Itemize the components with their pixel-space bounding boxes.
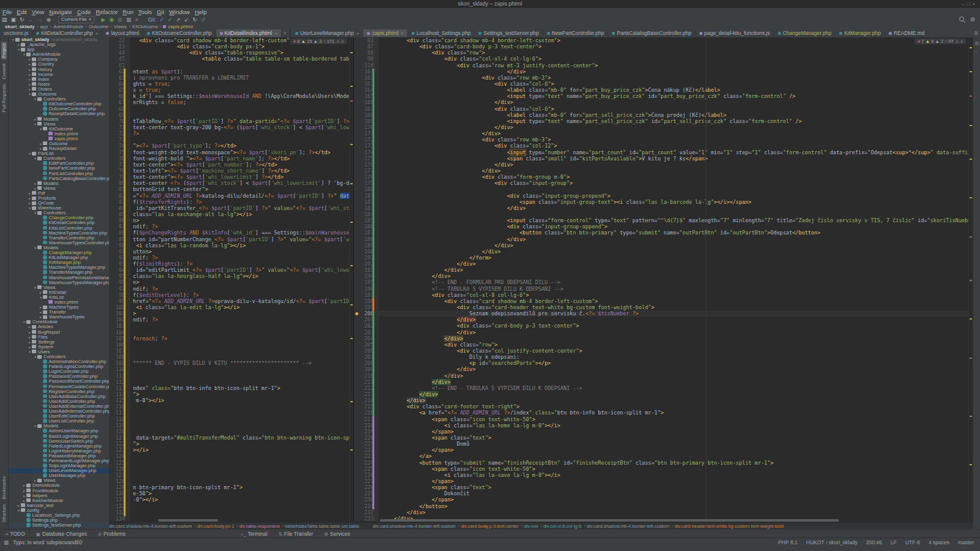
code-line-98[interactable]: 98f($editUserLevel): ?> [109, 292, 353, 298]
close-icon[interactable]: × [972, 1, 978, 7]
tree-item-notes[interactable]: ▸Notes [9, 82, 109, 87]
code-line-166[interactable]: 166 </div> [354, 99, 973, 105]
git-rollback-icon[interactable]: ↻ [192, 16, 197, 23]
tab-changemanager-php[interactable]: ChangeManager.php [774, 29, 835, 37]
code-line-116[interactable]: 116 [109, 403, 353, 410]
git-pull-icon[interactable]: ↙ [184, 16, 189, 23]
status-git-branch[interactable]: master [958, 538, 974, 547]
code-line-75[interactable]: 75font-weight-bold text-monospace"><?= $… [109, 149, 353, 156]
code-line-210[interactable]: 210 </div> [354, 373, 973, 379]
git-update-icon[interactable]: ✓ [159, 16, 164, 23]
nav-item-app[interactable]: app [40, 24, 48, 29]
stripe-commit[interactable]: Commit [1, 64, 7, 80]
status-indent[interactable]: 4 spaces [929, 538, 949, 547]
bookmark-icon[interactable] [355, 312, 358, 315]
debug-icon[interactable]: ◉ [109, 16, 114, 23]
search-icon[interactable] [959, 17, 964, 21]
inspections-widget[interactable]: ● 8 ▲ 15 ▲ 3 ≈ 171∧ ∨ [290, 38, 347, 45]
code-line-100[interactable]: 100 <i class="las la-edit la-lg"></i> [109, 304, 353, 310]
menu-code[interactable]: Code [77, 8, 91, 16]
breadcrumb-right-4[interactable]: div.card.shadow.mb-4.border-left-custom [587, 523, 669, 529]
code-line-184[interactable]: 184 [354, 211, 973, 217]
tab-layout-phtml[interactable]: layout.phtml [102, 29, 143, 37]
code-line-124[interactable]: 124 [109, 453, 353, 459]
code-line-219[interactable]: 219 </span> [354, 429, 973, 435]
code-line-226[interactable]: 226 <i class="las la-save la-lg m-0"></i… [354, 472, 973, 478]
code-line-85[interactable]: 85class="las la-exchange-alt la-lg"></i> [109, 211, 353, 217]
code-line-114[interactable]: 114"> [109, 391, 353, 397]
git-commit-icon[interactable]: ✓ [168, 16, 173, 23]
menu-refactor[interactable]: Refactor [96, 8, 118, 16]
close-icon[interactable]: × [356, 31, 360, 36]
code-line-78[interactable]: 78text-left"><?= $part['machine_short_na… [109, 168, 353, 174]
code-line-206[interactable]: 206 <div class="col justify-content-cent… [354, 348, 973, 354]
code-line-118[interactable]: 118 <div class="row mt-3 justify-content… [354, 62, 973, 69]
code-line-88[interactable]: 88f($pnChangeRights AND $kitInfo['whk_id… [109, 230, 353, 236]
save-all-icon[interactable]: ▣ [11, 16, 17, 23]
stripe-project[interactable]: Project [1, 42, 7, 59]
tab-kitmanager-php[interactable]: KitManager.php [835, 29, 885, 37]
stop-icon[interactable]: ■ [135, 16, 138, 23]
code-line-221[interactable]: 221 Domů [354, 441, 973, 447]
tree-item-localhost-settings-php[interactable]: Localhost_Settings.php [9, 513, 109, 518]
code-line-214[interactable]: 214 </div> [354, 397, 973, 403]
tree-item-adminmodule[interactable]: ▾AdminModule [9, 52, 109, 57]
tree-item-warehousetypes[interactable]: ▸WarehouseTypes [9, 315, 109, 320]
code-line-88[interactable]: 88 <div class="row"> [354, 50, 973, 56]
code-line-132[interactable]: 132 [109, 503, 353, 509]
code-line-169[interactable]: 169 <input type="text" name="part_sell_p… [354, 118, 973, 124]
tab-options-icon[interactable]: ▥ [974, 29, 978, 37]
code-line-122[interactable]: 122"> [109, 441, 353, 447]
tree-item-system[interactable]: ▸System [9, 345, 109, 350]
code-line-67[interactable]: 67erRights = false; [109, 99, 353, 105]
code-line-71[interactable]: 71text-center text-gray-200 bg-<?= ($par… [109, 124, 353, 130]
code-line-69[interactable]: 69 [109, 112, 353, 118]
code-line-96[interactable]: 96n> [109, 279, 353, 285]
code-line-173[interactable]: 173 <div class="col-12"> [354, 143, 973, 149]
code-line-186[interactable]: 186 <div class="input-group-append"> [354, 223, 973, 230]
code-line-199[interactable]: 199 <div class="card-header text-white b… [354, 304, 973, 310]
code-line-172[interactable]: 172 <div class="row mb-3"> [354, 137, 973, 143]
tree-item-history[interactable]: ▸History [9, 67, 109, 72]
tab-kitdetailcontroller-php[interactable]: KitDetailController.php× [32, 29, 102, 37]
code-line-103[interactable]: 103 [109, 323, 353, 329]
tree-item-keichermodule[interactable]: ▸KeicherModule [9, 498, 109, 503]
code-line-228[interactable]: 228 <span class="text"> [354, 484, 973, 490]
tree-item-receiptdetailcontroller-php[interactable]: ReceiptDetailController.php [9, 111, 109, 116]
code-line-185[interactable]: 185 <input class="form-control" type="te… [354, 217, 973, 223]
error-stripe[interactable] [968, 37, 973, 522]
git-history-icon[interactable]: ↺ [201, 16, 206, 23]
code-line-175[interactable]: 175 <span class="small" id="kitPartsAvai… [354, 156, 973, 162]
code-line-89[interactable]: 89tton id="partNumberChange_<?= $part['p… [109, 236, 353, 242]
code-line-195[interactable]: 195 <!-- END - FORMULAR PRO ODEPSANI DIL… [354, 279, 973, 285]
hidden-tabs-chevron-icon[interactable]: ∨ [284, 29, 287, 37]
menu-navigate[interactable]: Navigate [49, 8, 72, 16]
breadcrumb-right-3[interactable]: div.col-xl-8.col-lg-6 [543, 523, 581, 529]
code-line-113[interactable]: 113ndex" class="btn btn-info btn-icon-sp… [109, 385, 353, 391]
profiler-icon[interactable]: ▦ [126, 16, 132, 23]
code-line-164[interactable]: 164 <label class="mb-0" for="part_buy_pr… [354, 87, 973, 93]
settings-gear-icon[interactable]: ⚙ [970, 17, 975, 23]
tree-item-models[interactable]: ▸Models [9, 181, 109, 186]
code-line-177[interactable]: 177 </div> [354, 168, 973, 174]
tab-localhost-settings-php[interactable]: Localhost_Settings.php [408, 29, 475, 37]
code-line-76[interactable]: 76font-weight-bold "><?= $part['part_nam… [109, 156, 353, 162]
code-line-73[interactable]: 73 [109, 137, 353, 143]
tree-item-apache-logs[interactable]: ▸_apache_logs [9, 42, 109, 47]
code-line-87[interactable]: 87 <div class="card-body p-3 text-center… [354, 43, 973, 50]
editor-left-split[interactable]: 22 <div class="card shadow mb-4 border-l… [109, 37, 354, 522]
code-line-230[interactable]: 230 </span> [354, 497, 973, 503]
breadcrumb-left-1[interactable]: div.card-body.px-1 [197, 523, 235, 529]
tree-item-barcode-test[interactable]: ▸barcode_test [9, 503, 109, 508]
code-line-203[interactable]: 203 </div> [354, 329, 973, 335]
run-config-select[interactable]: Current File▾ [58, 16, 94, 23]
code-line-110[interactable]: 110 [109, 366, 353, 372]
code-line-194[interactable]: 194 </div> [354, 273, 973, 279]
code-line-222[interactable]: 222 </span> [354, 447, 973, 453]
code-line-178[interactable]: 178 <div class="form-group m-0"> [354, 174, 973, 180]
tree-item-usermanager-php[interactable]: UserManager.php [9, 473, 109, 478]
code-line-123[interactable]: 123></i> [109, 447, 353, 453]
code-line-65[interactable]: 65s = true; [109, 87, 353, 93]
code-line-94[interactable]: 94 id="editPartLimit_<?= $part['partID']… [109, 267, 353, 273]
code-line-176[interactable]: 176 </div> [354, 162, 973, 168]
